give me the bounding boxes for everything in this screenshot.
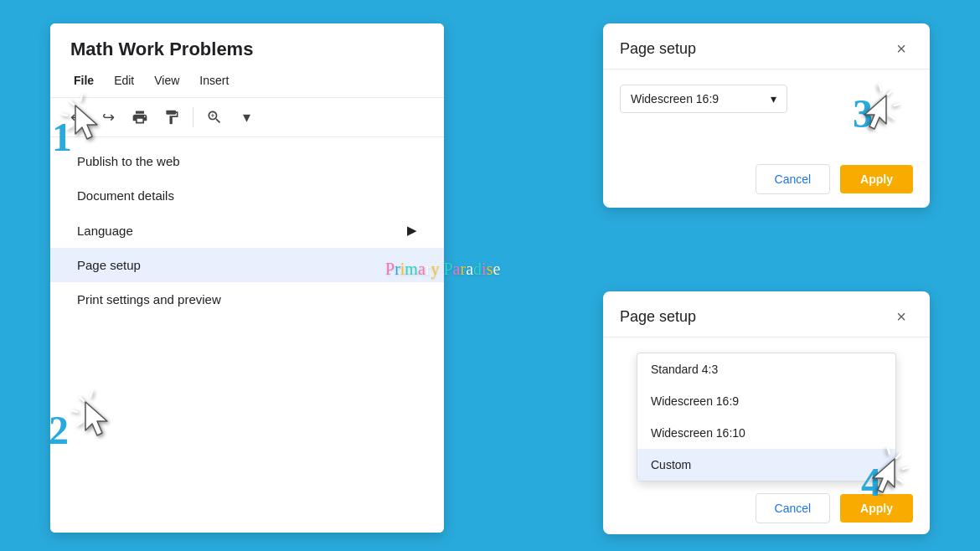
menu-bar: File Edit View Insert (50, 64, 444, 98)
option-standard[interactable]: Standard 4:3 (637, 353, 895, 385)
zoom-button[interactable] (200, 103, 229, 131)
option-widescreen-1610[interactable]: Widescreen 16:10 (637, 417, 895, 449)
redo-button[interactable]: ↪ (94, 103, 122, 131)
dialog-title-bottom: Page setup (620, 308, 696, 326)
print-button[interactable] (126, 103, 154, 131)
apply-button-top[interactable]: Apply (840, 165, 913, 193)
language-item[interactable]: Language ▶ (50, 213, 444, 248)
page-size-options: Standard 4:3 Widescreen 16:9 Widescreen … (637, 353, 896, 481)
dialog-header-top: Page setup × (603, 23, 930, 70)
menu-insert[interactable]: Insert (189, 69, 239, 92)
option-custom[interactable]: Custom (637, 449, 895, 481)
dialog-footer-bottom: Cancel Apply (603, 485, 930, 537)
dialog-header-bottom: Page setup × (603, 291, 930, 337)
undo-button[interactable]: ↩ (62, 103, 90, 131)
document-title: Math Work Problems (50, 23, 444, 64)
dialog-title-top: Page setup (620, 40, 696, 58)
apply-button-bottom[interactable]: Apply (840, 494, 913, 523)
menu-file[interactable]: File (64, 69, 104, 92)
close-button-bottom[interactable]: × (890, 305, 913, 328)
publish-to-web-item[interactable]: Publish to the web (50, 144, 444, 178)
dialog-body-bottom: Standard 4:3 Widescreen 16:9 Widescreen … (603, 337, 930, 485)
cancel-button-bottom[interactable]: Cancel (756, 493, 831, 523)
toolbar: ↩ ↪ ▾ (50, 98, 444, 137)
cancel-button-top[interactable]: Cancel (756, 164, 831, 194)
page-setup-dialog-top: Page setup × Widescreen 16:9 ▾ Cancel Ap… (603, 23, 930, 208)
menu-view[interactable]: View (144, 69, 189, 92)
page-setup-item[interactable]: Page setup (50, 248, 444, 282)
submenu-arrow-icon: ▶ (407, 223, 417, 238)
menu-edit[interactable]: Edit (104, 69, 144, 92)
left-panel: Math Work Problems File Edit View Insert… (50, 23, 444, 533)
page-setup-dialog-bottom: Page setup × Standard 4:3 Widescreen 16:… (603, 291, 930, 534)
toolbar-divider (193, 107, 193, 127)
close-button-top[interactable]: × (890, 37, 913, 60)
paintformat-button[interactable] (157, 103, 186, 131)
option-widescreen-169[interactable]: Widescreen 16:9 (637, 385, 895, 417)
document-details-item[interactable]: Document details (50, 178, 444, 213)
dropdown-arrow-icon: ▾ (771, 92, 776, 106)
page-size-select-top[interactable]: Widescreen 16:9 ▾ (620, 85, 787, 113)
dialog-body-top: Widescreen 16:9 ▾ (603, 70, 930, 156)
print-settings-item[interactable]: Print settings and preview (50, 282, 444, 317)
zoom-dropdown-button[interactable]: ▾ (232, 103, 260, 131)
file-dropdown: Publish to the web Document details Lang… (50, 137, 444, 533)
dialog-footer-top: Cancel Apply (603, 156, 930, 208)
